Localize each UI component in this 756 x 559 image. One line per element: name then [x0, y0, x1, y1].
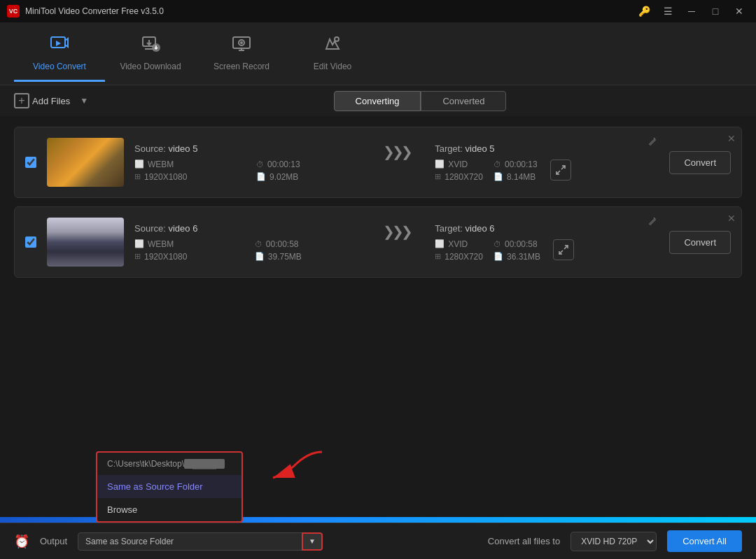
output-dropdown-menu: C:\Users\tk\Desktop\████ Same as Source … — [96, 451, 243, 523]
title-bar: VC MiniTool Video Converter Free v3.5.0 … — [0, 0, 756, 22]
file-2-checkbox[interactable] — [25, 236, 36, 248]
output-dropdown-btn[interactable]: ▼ — [302, 532, 323, 551]
file-2-section: Source: video 6 ⬜ WEBM ⏱ 00:00:58 ⊞ — [134, 223, 659, 262]
format-icon: ⬜ — [134, 160, 144, 169]
dropdown-same-folder-text: Same as Source Folder — [107, 481, 203, 492]
file-2-info: Source: video 6 ⬜ WEBM ⏱ 00:00:58 ⊞ — [134, 223, 659, 262]
file-2-source-label: Source: video 6 — [134, 223, 358, 234]
file-1-target-resize[interactable] — [550, 160, 571, 181]
file-1-source-format: ⬜ WEBM — [134, 160, 246, 169]
resolution-icon: ⊞ — [134, 172, 141, 181]
file-1-convert-btn[interactable]: Convert — [669, 151, 731, 174]
add-icon: + — [14, 93, 29, 108]
nav-video-convert[interactable]: Video Convert — [14, 26, 105, 82]
file-1-source-grid: ⬜ WEBM ⏱ 00:00:13 ⊞ 1920X1080 📄 — [134, 160, 358, 182]
file-1-source: Source: video 5 ⬜ WEBM ⏱ 00:00:13 ⊞ — [134, 143, 358, 182]
title-text: MiniTool Video Converter Free v3.5.0 — [25, 6, 164, 16]
target-format-icon: ⬜ — [435, 160, 444, 169]
add-files-button[interactable]: + Add Files — [14, 93, 70, 108]
file-1-close-btn[interactable]: ✕ — [727, 133, 736, 144]
file-2-target: Target: video 6 ⬜ XVID ⏱ 00:00:58 — [435, 223, 659, 262]
file-2-source-duration: ⏱ 00:00:58 — [255, 239, 358, 249]
title-controls: 🔑 ☰ ─ □ ✕ — [634, 4, 749, 18]
file-1-source-label: Source: video 5 — [134, 143, 358, 154]
file-card-2: Source: video 6 ⬜ WEBM ⏱ 00:00:58 ⊞ — [14, 206, 742, 278]
file-card-1: Source: video 5 ⬜ WEBM ⏱ 00:00:13 ⊞ — [14, 127, 742, 198]
nav-edit-video-label: Edit Video — [314, 62, 352, 71]
file-2-target-resolution: ⊞ 1280X720 — [435, 252, 483, 262]
file-1-target-resolution: ⊞ 1280X720 — [435, 172, 483, 182]
file-1-thumbnail — [47, 138, 124, 187]
file-1-section: Source: video 5 ⬜ WEBM ⏱ 00:00:13 ⊞ — [134, 143, 659, 182]
close-btn[interactable]: ✕ — [729, 4, 749, 18]
nav-screen-record-label: Screen Record — [214, 62, 270, 71]
file-2-source-format: ⬜ WEBM — [134, 239, 244, 249]
file-1-edit-icon[interactable] — [648, 136, 657, 148]
nav-edit-video[interactable]: Edit Video — [287, 26, 378, 82]
file-2-convert-btn[interactable]: Convert — [669, 231, 731, 254]
target-duration-icon: ⏱ — [493, 160, 501, 169]
file-1-target-grid: ⬜ XVID ⏱ 00:00:13 ⊞ 1280X720 — [435, 160, 537, 182]
file-2-source-grid: ⬜ WEBM ⏱ 00:00:58 ⊞ 1920X1080 📄 — [134, 239, 358, 262]
tabs-container: Converting Converted — [334, 91, 507, 111]
svg-point-6 — [335, 37, 339, 41]
red-arrow-annotation — [252, 448, 336, 486]
duration-icon: ⏱ — [256, 160, 264, 169]
dropdown-item-browse[interactable]: Browse — [97, 498, 241, 521]
file-2-target-resize[interactable] — [553, 239, 574, 260]
convert-all-button[interactable]: Convert All — [667, 530, 742, 552]
nav-video-download-label: Video Download — [120, 62, 181, 71]
nav-bar: Video Convert Video Download Screen Reco… — [0, 22, 756, 85]
dropdown-item-path[interactable]: C:\Users\tk\Desktop\████ — [97, 453, 241, 475]
nav-video-convert-label: Video Convert — [33, 62, 86, 71]
file-1-target-label: Target: video 5 — [435, 143, 659, 154]
convert-all-to-label: Convert all files to — [488, 536, 560, 546]
screen-record-icon — [232, 34, 251, 57]
output-label: Output — [40, 536, 67, 546]
nav-screen-record[interactable]: Screen Record — [196, 26, 287, 82]
file-2-target-label: Target: video 6 — [435, 223, 659, 234]
convert-arrow-1: ❯❯❯ — [379, 143, 414, 160]
minimize-btn[interactable]: ─ — [682, 4, 701, 18]
converting-tab[interactable]: Converting — [334, 91, 421, 111]
maximize-btn[interactable]: □ — [706, 4, 725, 18]
file-2-target-format: ⬜ XVID — [435, 239, 483, 249]
target-size-icon: 📄 — [493, 172, 503, 181]
format-select[interactable]: XVID HD 720P MP4 HD 720P AVI HD 720P MKV… — [570, 532, 657, 551]
title-left: VC MiniTool Video Converter Free v3.5.0 — [7, 5, 164, 17]
file-2-target-row: ⬜ XVID ⏱ 00:00:58 ⊞ 1280X720 — [435, 239, 659, 262]
dropdown-path-text: C:\Users\tk\Desktop\████ — [107, 459, 225, 469]
file-2-edit-icon[interactable] — [648, 215, 657, 227]
file-2-close-btn[interactable]: ✕ — [727, 213, 736, 224]
size-icon: 📄 — [256, 172, 266, 181]
output-path-input[interactable] — [78, 532, 323, 551]
file-1-target-format: ⬜ XVID — [435, 160, 483, 169]
converted-tab[interactable]: Converted — [421, 91, 506, 111]
bottom-bar: ⏰ Output ▼ Convert all files to XVID HD … — [0, 523, 756, 559]
app-logo: VC — [7, 5, 20, 17]
key-icon-btn[interactable]: 🔑 — [634, 4, 654, 18]
convert-arrow-2: ❯❯❯ — [379, 223, 414, 240]
edit-video-icon — [323, 34, 342, 57]
toolbar: + Add Files ▼ Converting Converted — [0, 85, 756, 116]
nav-video-download[interactable]: Video Download — [105, 26, 196, 82]
file-2-source: Source: video 6 ⬜ WEBM ⏱ 00:00:58 ⊞ — [134, 223, 358, 262]
menu-btn[interactable]: ☰ — [658, 4, 678, 18]
add-files-dropdown[interactable]: ▼ — [77, 94, 91, 107]
file-1-source-duration: ⏱ 00:00:13 — [256, 160, 358, 169]
add-files-label: Add Files — [32, 96, 70, 106]
dropdown-item-same-folder[interactable]: Same as Source Folder — [97, 475, 241, 498]
svg-point-5 — [240, 41, 243, 44]
file-1-checkbox[interactable] — [25, 157, 36, 168]
video-download-icon — [141, 34, 160, 57]
target-resolution-icon: ⊞ — [435, 172, 441, 181]
file-2-source-size: 📄 39.75MB — [255, 252, 358, 262]
file-2-target-duration: ⏱ 00:00:58 — [493, 239, 540, 249]
file-1-target-duration: ⏱ 00:00:13 — [493, 160, 538, 169]
file-1-source-size: 📄 9.02MB — [256, 172, 358, 182]
file-1-target-size: 📄 8.14MB — [493, 172, 538, 182]
file-2-target-size: 📄 36.31MB — [493, 252, 540, 262]
output-path-container: ▼ — [78, 532, 323, 551]
file-1-info: Source: video 5 ⬜ WEBM ⏱ 00:00:13 ⊞ — [134, 143, 659, 182]
file-2-source-resolution: ⊞ 1920X1080 — [134, 252, 244, 262]
